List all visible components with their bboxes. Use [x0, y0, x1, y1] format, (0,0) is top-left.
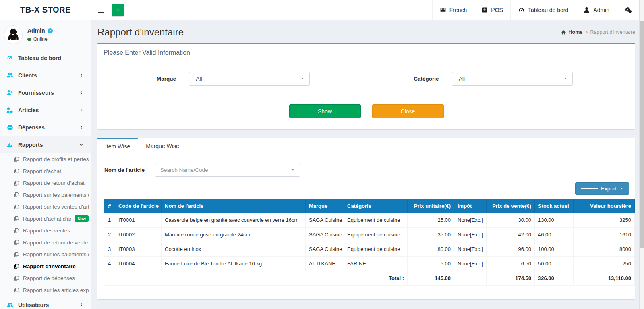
- nav-item-dashboard[interactable]: Tableau de bord: [510, 0, 576, 20]
- table-cell: 1610: [574, 228, 635, 242]
- table-cell: 1: [104, 213, 115, 228]
- sidebar-subitem-label: Rapport de dépenses: [23, 275, 75, 281]
- user-avatar: [4, 25, 23, 44]
- sidebar-subitem-rapport-de-profits-et-pertes[interactable]: Rapport de profits et pertes: [0, 153, 91, 165]
- sidebar-item-rapports[interactable]: Rapports: [0, 136, 91, 153]
- sidebar-subitem-rapport-sur-les-paiements-des-v[interactable]: Rapport sur les paiements des v: [0, 248, 91, 261]
- table-cell: 42.00: [487, 228, 535, 242]
- sidebar-item-depenses[interactable]: Dépenses: [0, 119, 91, 136]
- table-cell: 130.00: [535, 213, 574, 228]
- copy-icon: [14, 287, 19, 293]
- column-header-marque: Marque: [306, 199, 344, 213]
- item-search-select[interactable]: Search Name/Code: [155, 163, 300, 177]
- rapports-submenu: Rapport de profits et pertesRapport d'ac…: [0, 153, 91, 296]
- sidebar-subitem-rapport-sur-les-paiements-d-ach[interactable]: Rapport sur les paiements d'ach: [0, 189, 91, 201]
- nav-item-pos[interactable]: POS: [474, 0, 510, 20]
- sidebar-subitem-rapport-de-retour-d-achat[interactable]: Rapport de retour d'achat: [0, 177, 91, 189]
- sidebar-subitem-rapport-de-d-penses[interactable]: Rapport de dépenses: [0, 272, 91, 284]
- breadcrumb-home[interactable]: Home: [561, 29, 582, 35]
- chevron-down-icon: [563, 77, 567, 81]
- nav-item-language[interactable]: French: [432, 0, 474, 20]
- categorie-select[interactable]: -All-: [452, 72, 573, 86]
- marque-select[interactable]: -All-: [189, 72, 310, 86]
- column-header-stock-actuel: Stock actuel: [535, 199, 574, 213]
- sidebar-subitem-rapport-sur-les-ventes-d-articles[interactable]: Rapport sur les ventes d'articles: [0, 201, 91, 213]
- copy-icon: [14, 263, 19, 269]
- table-cell: IT0004: [115, 257, 162, 271]
- sidebar-item-articles[interactable]: Articles: [0, 101, 91, 119]
- sidebar-subitem-rapport-d-achat-d-articl[interactable]: Rapport d'achat d'articlNew: [0, 213, 91, 225]
- column-header-valeur-boursi-re: Valeur boursière: [574, 199, 635, 213]
- sidebar-item-utilisateurs[interactable]: Utilisateurs: [0, 296, 91, 309]
- main-content: Rapport d'inventaire Home > Rapport d'in…: [91, 20, 639, 309]
- sidebar-item-fournisseurs[interactable]: Fournisseurs: [0, 84, 91, 101]
- sidebar-item-label: Rapports: [18, 142, 43, 148]
- export-button[interactable]: Export: [575, 182, 629, 195]
- table-cell: 6.50: [487, 257, 535, 271]
- breadcrumb-current: Rapport d'inventaire: [590, 29, 635, 35]
- sidebar-subitem-rapport-sur-les-articles-expir-s[interactable]: Rapport sur les articles expirés: [0, 284, 91, 296]
- table-row: 2IT0002Marmite ronde grise en granite 24…: [104, 228, 635, 242]
- table-cell: SAGA Cuisine: [306, 213, 344, 228]
- nav-item-admin[interactable]: Admin: [576, 0, 617, 20]
- table-cell: 2: [104, 228, 115, 242]
- close-button[interactable]: Close: [372, 104, 444, 118]
- nav-item-settings[interactable]: [617, 0, 639, 20]
- scrollbar-thumb[interactable]: [640, 21, 644, 248]
- table-cell: Equipement de cuisine: [344, 228, 408, 242]
- sidebar-item-label: Tableau de bord: [18, 55, 61, 61]
- vertical-scrollbar[interactable]: [639, 0, 644, 309]
- table-cell: IT0002: [115, 228, 162, 242]
- sidebar-subitem-rapport-d-achat[interactable]: Rapport d'achat: [0, 165, 91, 177]
- copy-icon: [14, 157, 19, 162]
- table-cell: None[Exc.]: [454, 213, 487, 228]
- total-unit-price: 145.00: [408, 271, 454, 286]
- nav-item-label: Tableau de bord: [528, 7, 568, 13]
- chevron-left-icon: [77, 303, 85, 307]
- quick-add-button[interactable]: [112, 4, 124, 16]
- column-header-prix-de-vente: Prix de vente(€): [487, 199, 535, 213]
- sidebar-subitem-rapport-de-retour-de-vente[interactable]: Rapport de retour de vente: [0, 237, 91, 249]
- tab-item-wise[interactable]: Item Wise: [97, 138, 138, 154]
- page-title: Rapport d'inventaire: [97, 27, 184, 38]
- users-icon: [6, 302, 14, 308]
- sidebar: Admin Online Tableau de bordClientsFourn…: [0, 20, 91, 309]
- sidebar-item-label: Fournisseurs: [18, 90, 54, 96]
- total-stock-value: 13,110.00: [574, 271, 635, 286]
- sidebar-subitem-rapport-d-inventaire[interactable]: Rapport d'inventaire: [0, 261, 91, 273]
- table-cell: IT0001: [115, 213, 162, 228]
- verified-badge-icon: [47, 28, 53, 34]
- chevron-left-icon: [77, 125, 85, 129]
- show-button[interactable]: Show: [289, 104, 361, 118]
- sidebar-subitem-rapport-des-ventes[interactable]: Rapport des ventes: [0, 225, 91, 237]
- breadcrumb-separator: >: [585, 29, 588, 35]
- total-sale-price: 174.50: [487, 271, 535, 286]
- sidebar-subitem-label: Rapport de retour d'achat: [23, 180, 85, 186]
- chevron-down-icon: [291, 168, 295, 172]
- table-header-row: #Code de l'articleNom de l'articleMarque…: [104, 199, 635, 213]
- sidebar-subitem-label: Rapport sur les paiements d'ach: [23, 192, 89, 198]
- user-panel: Admin Online: [0, 20, 91, 49]
- table-cell: 5.00: [408, 257, 454, 271]
- sidebar-toggle-button[interactable]: [91, 0, 110, 20]
- chevron-left-icon: [77, 90, 85, 95]
- sidebar-subitem-label: Rapport des ventes: [23, 228, 70, 234]
- avatar-icon: [583, 6, 590, 13]
- table-cell: 3250: [574, 213, 635, 228]
- new-badge: New: [75, 215, 89, 222]
- brand-logo[interactable]: TB-X STORE: [0, 0, 91, 20]
- tachometer-icon: [518, 7, 525, 13]
- users-icon: [6, 72, 14, 78]
- table-row: 1IT0001Casserole beige en granite avec c…: [104, 213, 635, 228]
- sidebar-subitem-label: Rapport d'achat: [23, 168, 61, 174]
- tab-marque-wise[interactable]: Marque Wise: [138, 138, 186, 154]
- sidebar-subitem-label: Rapport de profits et pertes: [23, 156, 89, 162]
- nav-item-label: POS: [491, 7, 503, 13]
- copy-icon: [14, 216, 19, 221]
- sidebar-item-dashboard[interactable]: Tableau de bord: [0, 49, 91, 67]
- sidebar-item-clients[interactable]: Clients: [0, 67, 91, 84]
- table-cell: Equipement de cuisine: [344, 242, 408, 257]
- column-header-imp-t: Impôt: [454, 199, 487, 213]
- total-label: Total :: [104, 271, 408, 286]
- user-plus-icon: [6, 90, 14, 96]
